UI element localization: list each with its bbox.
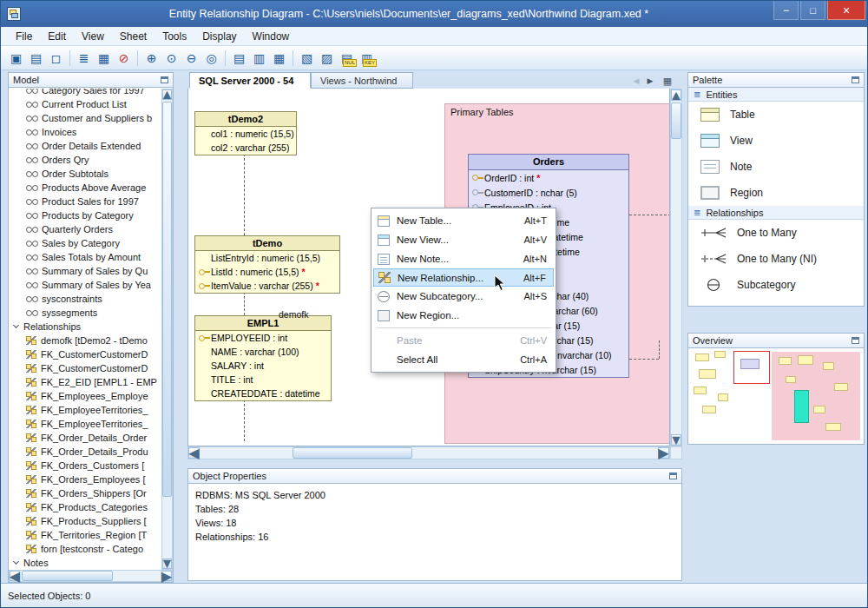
model-relationship-item[interactable]: FK_CustomerCustomerD bbox=[9, 347, 161, 361]
table-tdemo[interactable]: tDemo ListEntryId : numeric (15,5) ListI… bbox=[194, 235, 340, 294]
context-menu-item-new-relationship[interactable]: New Relationship... Alt+F bbox=[373, 268, 554, 287]
model-view-item[interactable]: Products Above Average bbox=[9, 181, 161, 195]
palette-item-note[interactable]: Note bbox=[688, 154, 864, 180]
table-column-row[interactable]: ItemValue : varchar (255) * bbox=[195, 279, 339, 293]
model-view-item[interactable]: sysconstraints bbox=[9, 292, 161, 306]
model-view-item[interactable]: Sales Totals by Amount bbox=[9, 250, 161, 264]
tab-views-northwind[interactable]: Views - Northwind bbox=[311, 72, 413, 89]
diagram-canvas[interactable]: Primary Tables tDemo2 col1 : numeric (15… bbox=[187, 89, 670, 446]
model-view-item[interactable]: Product Sales for 1997 bbox=[9, 195, 161, 208]
scroll-up-button[interactable] bbox=[162, 89, 172, 100]
display-hatch-button[interactable] bbox=[297, 49, 317, 68]
previous-sheet-button[interactable] bbox=[630, 75, 642, 87]
table-column-row[interactable]: ListEntryId : numeric (15,5) bbox=[195, 251, 339, 265]
model-view-item[interactable]: Quarterly Orders bbox=[9, 222, 161, 236]
scroll-left-button[interactable] bbox=[188, 447, 200, 459]
model-view-item[interactable]: Customer and Suppliers b bbox=[9, 111, 161, 125]
relationship-name-label[interactable]: demofk bbox=[279, 309, 308, 320]
zoom-in-button[interactable] bbox=[141, 49, 161, 68]
display-keys-button[interactable]: KEY bbox=[357, 49, 377, 68]
model-relationship-item[interactable]: FK_EmployeeTerritories_ bbox=[9, 417, 161, 431]
scroll-up-button[interactable] bbox=[671, 89, 681, 101]
palette-section-relationships[interactable]: Relationships bbox=[688, 206, 864, 220]
table-tdemo2[interactable]: tDemo2 col1 : numeric (15,5) col2 : varc… bbox=[194, 111, 297, 155]
model-view-item[interactable]: Order Details Extended bbox=[9, 139, 161, 153]
scrollbar-thumb[interactable] bbox=[162, 102, 172, 497]
relationship-line[interactable] bbox=[659, 340, 660, 359]
model-relationship-item[interactable]: FK_CustomerCustomerD bbox=[9, 361, 161, 375]
scroll-right-button[interactable] bbox=[658, 447, 669, 459]
scroll-left-button[interactable] bbox=[10, 571, 20, 581]
model-relationship-item[interactable]: FK_EmployeeTerritories_ bbox=[9, 403, 161, 417]
model-relationship-item[interactable]: FK_Orders_Shippers [Or bbox=[9, 486, 161, 500]
block-button[interactable] bbox=[114, 49, 134, 68]
canvas-vertical-scrollbar[interactable] bbox=[670, 89, 682, 446]
table-column-row[interactable]: SALARY : int bbox=[195, 359, 331, 373]
menu-item[interactable]: View bbox=[74, 28, 112, 45]
scrollbar-thumb[interactable] bbox=[671, 102, 681, 139]
zoom-actual-button[interactable] bbox=[161, 49, 181, 68]
overview-minimap[interactable] bbox=[688, 348, 864, 444]
palette-item-view[interactable]: View bbox=[688, 128, 864, 154]
relationship-line[interactable] bbox=[244, 400, 245, 441]
context-menu-item-new-view[interactable]: New View... Alt+V bbox=[373, 230, 554, 249]
menu-item[interactable]: Sheet bbox=[112, 28, 155, 45]
context-menu-item-new-subcategory[interactable]: New Subcategory... Alt+S bbox=[373, 287, 554, 306]
table-column-row[interactable]: ListId : numeric (15,5) * bbox=[195, 265, 339, 279]
table-column-row[interactable]: OrderID : int * bbox=[469, 170, 628, 185]
entity-list-button[interactable] bbox=[74, 49, 94, 68]
table-column-row[interactable]: col2 : varchar (255) bbox=[195, 141, 296, 155]
tree-group-relationships[interactable]: Relationships bbox=[9, 320, 161, 334]
model-view-item[interactable]: Current Product List bbox=[9, 97, 161, 111]
maximize-button[interactable] bbox=[800, 1, 825, 20]
zoom-out-button[interactable] bbox=[181, 49, 201, 68]
next-sheet-button[interactable] bbox=[644, 75, 656, 87]
tree-horizontal-scrollbar[interactable] bbox=[9, 570, 173, 582]
display-nullability-button[interactable]: NUL bbox=[337, 49, 357, 68]
close-button[interactable] bbox=[827, 1, 865, 20]
title-bar[interactable]: Entity Relationship Diagram - C:\Users\n… bbox=[1, 1, 868, 27]
relationship-line[interactable] bbox=[244, 154, 245, 235]
model-relationship-item[interactable]: FK_Products_Categories bbox=[9, 500, 161, 514]
scroll-down-button[interactable] bbox=[671, 434, 681, 446]
table-column-row[interactable]: TITLE : int bbox=[195, 373, 331, 387]
tab-sql-server[interactable]: SQL Server 2000 - 54 bbox=[189, 72, 311, 89]
grid-view-button[interactable] bbox=[94, 49, 114, 68]
palette-section-entities[interactable]: Entities bbox=[688, 88, 864, 102]
sheet-list-button[interactable] bbox=[661, 75, 674, 87]
table-column-row[interactable]: CREATEDDATE : datetime bbox=[195, 387, 331, 400]
palette-item-one-to-many[interactable]: One to Many bbox=[688, 220, 864, 246]
display-columns-button[interactable] bbox=[269, 49, 289, 68]
model-relationship-item[interactable]: FK_E2_EID [EMPL1 - EMP bbox=[9, 375, 161, 389]
model-view-item[interactable]: Summary of Sales by Yea bbox=[9, 278, 161, 292]
float-panel-icon[interactable] bbox=[852, 76, 859, 83]
table-column-row[interactable]: EMPLOYEEID : int bbox=[195, 331, 331, 345]
model-view-item[interactable]: Order Subtotals bbox=[9, 167, 161, 181]
float-panel-icon[interactable] bbox=[852, 337, 859, 344]
model-view-item[interactable]: Sales by Category bbox=[9, 236, 161, 250]
model-relationship-item[interactable]: forn [testconstr - Catego bbox=[9, 542, 161, 556]
minimize-button[interactable] bbox=[773, 1, 799, 20]
menu-item[interactable]: Display bbox=[194, 28, 244, 45]
overview-viewport-rect[interactable] bbox=[733, 351, 770, 384]
display-compact-button[interactable] bbox=[249, 49, 269, 68]
palette-item-table[interactable]: Table bbox=[688, 102, 864, 128]
table-empl1[interactable]: EMPL1 EMPLOYEEID : int NAME : varchar (1… bbox=[194, 315, 332, 401]
relationship-line[interactable] bbox=[629, 359, 659, 360]
model-view-item[interactable]: Products by Category bbox=[9, 208, 161, 222]
model-view-item[interactable]: Category Sales for 1997 bbox=[9, 89, 161, 97]
palette-item-subcategory[interactable]: Subcategory bbox=[688, 272, 864, 298]
menu-item[interactable]: Tools bbox=[155, 28, 194, 45]
context-menu-item-new-table[interactable]: New Table... Alt+T bbox=[373, 211, 554, 230]
table-column-row[interactable]: CustomerID : nchar (5) bbox=[469, 185, 628, 200]
model-relationship-item[interactable]: FK_Order_Details_Produ bbox=[9, 445, 161, 459]
float-panel-icon[interactable] bbox=[161, 76, 168, 83]
menu-item[interactable]: Window bbox=[245, 28, 298, 45]
model-view-item[interactable]: Invoices bbox=[9, 125, 161, 139]
tree-group-notes[interactable]: Notes bbox=[9, 556, 161, 570]
model-view-item[interactable]: syssegments bbox=[9, 306, 161, 320]
model-relationship-item[interactable]: FK_Order_Details_Order bbox=[9, 431, 161, 445]
context-menu-item-new-region[interactable]: New Region... bbox=[373, 306, 554, 325]
scrollbar-thumb[interactable] bbox=[22, 571, 113, 581]
print-button[interactable] bbox=[26, 49, 46, 68]
